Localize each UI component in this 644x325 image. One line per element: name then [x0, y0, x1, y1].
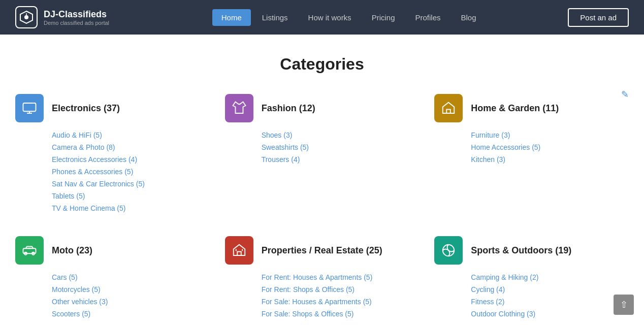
link-cars[interactable]: Cars (5): [52, 273, 78, 281]
svg-point-1: [24, 15, 28, 19]
category-title-properties: Properties / Real Estate (25): [262, 245, 382, 256]
nav-pricing[interactable]: Pricing: [363, 9, 404, 26]
logo-text: DJ-Classifieds Demo classified ads porta…: [44, 9, 109, 26]
list-item: Sat Nav & Car Electronics (5): [52, 179, 210, 188]
edit-icon[interactable]: ✎: [621, 89, 629, 100]
category-fashion: Fashion (12) Shoes (3) Sweatshirts (5) T…: [225, 94, 420, 216]
category-title-sports: Sports & Outdoors (19): [471, 245, 571, 256]
svg-rect-11: [237, 252, 241, 256]
category-header-sports: Sports & Outdoors (19): [434, 236, 629, 265]
list-item: Electronics Accessories (4): [52, 155, 210, 164]
properties-icon: [225, 236, 253, 265]
list-item: Motorcycles (5): [52, 285, 210, 294]
moto-icon: [15, 236, 44, 265]
list-item: For Rent: Houses & Apartments (5): [262, 273, 420, 282]
category-header-home-garden: Home & Garden (11): [434, 94, 629, 122]
categories-grid: Electronics (37) Audio & HiFi (5) Camera…: [15, 94, 629, 321]
main-nav: Home Listings How it works Pricing Profi…: [130, 9, 568, 26]
category-properties: Properties / Real Estate (25) For Rent: …: [225, 236, 420, 321]
list-item: Scooters (5): [52, 309, 210, 318]
list-item: Shoes (3): [262, 131, 420, 140]
category-header-electronics: Electronics (37): [15, 94, 210, 122]
link-cycling[interactable]: Cycling (4): [471, 285, 505, 294]
scroll-to-top-button[interactable]: ⇧: [614, 295, 634, 315]
category-links-properties: For Rent: Houses & Apartments (5) For Re…: [225, 273, 420, 318]
category-links-home-garden: Furniture (3) Home Accessories (5) Kitch…: [434, 131, 629, 164]
category-title-moto: Moto (23): [52, 245, 92, 256]
nav-home[interactable]: Home: [212, 9, 251, 26]
nav-how-it-works[interactable]: How it works: [299, 9, 361, 26]
link-shoes[interactable]: Shoes (3): [262, 131, 293, 139]
list-item: Furniture (3): [471, 131, 629, 140]
svg-rect-6: [447, 110, 451, 114]
categories-wrapper: ✎ Electronics (37) Audio & HiFi (5): [15, 94, 629, 321]
list-item: Other vehicles (3): [52, 297, 210, 306]
list-item: For Sale: Shops & Offices (5): [262, 309, 420, 318]
list-item: For Rent: Shops & Offices (5): [262, 285, 420, 294]
link-furniture[interactable]: Furniture (3): [471, 131, 510, 139]
link-sale-houses[interactable]: For Sale: Houses & Apartments (5): [262, 298, 372, 306]
link-fitness[interactable]: Fitness (2): [471, 298, 504, 306]
list-item: Audio & HiFi (5): [52, 131, 210, 140]
page-title: Categories: [15, 55, 629, 74]
post-ad-button[interactable]: Post an ad: [568, 8, 629, 27]
category-links-fashion: Shoes (3) Sweatshirts (5) Trousers (4): [225, 131, 420, 164]
home-garden-icon: [434, 94, 463, 122]
category-home-garden: Home & Garden (11) Furniture (3) Home Ac…: [434, 94, 629, 216]
link-tablets[interactable]: Tablets (5): [52, 192, 85, 200]
category-links-moto: Cars (5) Motorcycles (5) Other vehicles …: [15, 273, 210, 318]
link-camping[interactable]: Camping & Hiking (2): [471, 273, 538, 281]
nav-profiles[interactable]: Profiles: [406, 9, 449, 26]
list-item: Fitness (2): [471, 297, 629, 306]
list-item: TV & Home Cinema (5): [52, 204, 210, 213]
category-header-properties: Properties / Real Estate (25): [225, 236, 420, 265]
list-item: Sweatshirts (5): [262, 143, 420, 152]
list-item: Trousers (4): [262, 155, 420, 164]
link-tv[interactable]: TV & Home Cinema (5): [52, 204, 125, 212]
category-links-electronics: Audio & HiFi (5) Camera & Photo (8) Elec…: [15, 131, 210, 213]
link-rent-shops[interactable]: For Rent: Shops & Offices (5): [262, 285, 355, 294]
link-other-vehicles[interactable]: Other vehicles (3): [52, 298, 108, 306]
link-electronics-acc[interactable]: Electronics Accessories (4): [52, 155, 137, 164]
link-outdoor-clothing[interactable]: Outdoor Clothing (3): [471, 310, 535, 318]
link-audio[interactable]: Audio & HiFi (5): [52, 131, 102, 139]
list-item: Camping & Hiking (2): [471, 273, 629, 282]
logo-subtitle: Demo classified ads portal: [44, 20, 109, 26]
link-phones[interactable]: Phones & Accessories (5): [52, 168, 133, 176]
category-title-electronics: Electronics (37): [52, 103, 120, 114]
list-item: Camera & Photo (8): [52, 143, 210, 152]
list-item: Tablets (5): [52, 191, 210, 201]
list-item: For Sale: Houses & Apartments (5): [262, 297, 420, 306]
electronics-icon: [15, 94, 44, 122]
category-links-sports: Camping & Hiking (2) Cycling (4) Fitness…: [434, 273, 629, 318]
link-rent-houses[interactable]: For Rent: Houses & Apartments (5): [262, 273, 373, 281]
list-item: Cars (5): [52, 273, 210, 282]
category-header-fashion: Fashion (12): [225, 94, 420, 122]
list-item: Phones & Accessories (5): [52, 167, 210, 176]
category-title-home-garden: Home & Garden (11): [471, 103, 559, 114]
category-electronics: Electronics (37) Audio & HiFi (5) Camera…: [15, 94, 210, 216]
link-sale-shops[interactable]: For Sale: Shops & Offices (5): [262, 310, 354, 318]
link-home-accessories[interactable]: Home Accessories (5): [471, 143, 540, 151]
logo-area: DJ-Classifieds Demo classified ads porta…: [15, 6, 109, 28]
list-item: Kitchen (3): [471, 155, 629, 164]
logo-icon: [15, 6, 38, 28]
sports-icon: [434, 236, 463, 265]
logo-title: DJ-Classifieds: [44, 9, 109, 20]
list-item: Cycling (4): [471, 285, 629, 294]
fashion-icon: [225, 94, 253, 122]
category-title-fashion: Fashion (12): [262, 103, 315, 114]
category-moto: Moto (23) Cars (5) Motorcycles (5) Other…: [15, 236, 210, 321]
link-scooters[interactable]: Scooters (5): [52, 310, 90, 318]
category-header-moto: Moto (23): [15, 236, 210, 265]
link-kitchen[interactable]: Kitchen (3): [471, 155, 505, 164]
nav-blog[interactable]: Blog: [452, 9, 486, 26]
list-item: Outdoor Clothing (3): [471, 309, 629, 318]
svg-rect-3: [23, 103, 36, 111]
link-trousers[interactable]: Trousers (4): [262, 155, 300, 164]
nav-listings[interactable]: Listings: [253, 9, 297, 26]
link-sweatshirts[interactable]: Sweatshirts (5): [262, 143, 309, 151]
link-satnav[interactable]: Sat Nav & Car Electronics (5): [52, 180, 145, 188]
link-motorcycles[interactable]: Motorcycles (5): [52, 285, 101, 294]
link-camera[interactable]: Camera & Photo (8): [52, 143, 115, 151]
